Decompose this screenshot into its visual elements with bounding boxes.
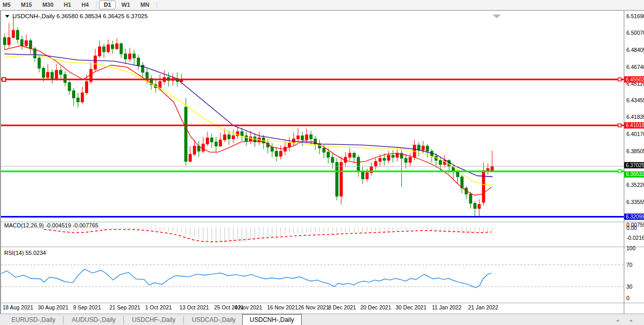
candlestick [120,44,122,54]
price-badge-label: 6.32099 [626,214,644,220]
symbol-tab-usdcnh[interactable]: USDCNH-,Daily [242,314,302,325]
candlestick [422,146,425,150]
candlestick [51,72,53,78]
price-axis-label: 6.38505 [626,148,644,154]
candlestick [73,91,75,98]
candlestick [245,136,247,141]
candlestick [223,135,226,140]
macd-indicator-label: MACD(12,26,9) -0.004519 -0.007765 [4,222,99,228]
hline-drag-handle[interactable] [2,78,6,82]
price-axis-label: 6.43455 [626,97,644,103]
candlestick [12,30,15,37]
candlestick [366,173,368,179]
candlestick [383,158,386,160]
candlestick [323,148,325,152]
candlestick [482,171,485,202]
candlestick [331,157,334,162]
candlestick [409,157,412,162]
candlestick [241,132,243,136]
candlestick [159,82,161,88]
rsi-axis-100: 100 [626,245,636,251]
symbol-tab-usdcad[interactable]: USDCAD-,Daily [186,315,242,325]
candlestick [81,93,83,102]
macd-axis-zero: 0.00 [626,225,637,231]
date-axis-label: 26 Nov 2021 [298,304,329,310]
date-axis-label: 13 Oct 2021 [179,304,209,310]
candlestick [219,140,222,146]
date-axis-label: 16 Nov 2021 [267,304,298,310]
candlestick [310,135,312,139]
candlestick [478,205,481,209]
candlestick [426,146,429,151]
candlestick [68,83,71,91]
candlestick [129,54,131,59]
candlestick [228,135,230,139]
candlestick [353,153,355,157]
price-badge-label: 6.37025 [626,162,644,168]
price-badge-label: 6.41018 [626,123,644,128]
candlestick [288,143,291,147]
candlestick [38,58,40,69]
candlestick [116,44,118,49]
price-axis-label: 6.40170 [626,131,644,137]
hline-axis-marker[interactable] [618,170,621,173]
tab-separator: │ [122,315,126,325]
candlestick [232,136,234,139]
price-badge-label: 6.36533 [626,171,644,177]
candlestick [21,39,23,46]
date-axis-label: 20 Dec 2021 [360,304,391,310]
date-axis-label: 21 Sep 2021 [109,304,141,310]
symbol-tab-bar: EURUSD-,Daily│AUDUSD-,Daily│USDCHF-,Dail… [0,314,644,325]
candlestick [486,169,489,171]
price-axis-label: 6.46740 [626,64,644,70]
candlestick [189,154,191,161]
candlestick [193,146,196,154]
date-axis-label: 30 Aug 2021 [38,304,68,310]
candlestick [249,137,252,141]
price-axis-label: 6.48405 [626,47,644,53]
candlestick [94,56,96,70]
candlestick [439,160,442,165]
candlestick [305,135,308,140]
candlestick [284,147,286,151]
candlestick [64,74,66,83]
rsi-indicator-label: RSI(14) 55.0234 [4,250,46,256]
candlestick [456,172,459,177]
candlestick [275,151,278,156]
symbol-tab-eurusd[interactable]: EURUSD-,Daily [5,315,62,325]
macd-axis-bottom: -0.02164 [626,235,644,241]
candlestick [185,107,187,161]
symbol-tab-usdchf[interactable]: USDCHF-,Daily [125,315,181,325]
price-axis-label: 6.51690 [626,13,644,19]
candlestick [417,145,420,150]
date-axis-label: 30 Dec 2021 [396,304,427,310]
candlestick [335,162,338,196]
candlestick [4,37,6,45]
date-axis-label: 9 Sep 2021 [73,304,101,310]
tab-scroll-arrows[interactable]: ◂ ▸ [616,318,638,325]
chart-area[interactable]: 6.516906.500706.484056.467406.451206.434… [0,0,644,325]
candlestick [387,155,390,160]
candlestick [357,157,360,172]
candlestick [77,98,79,102]
candlestick [111,45,114,49]
chart-title: USDCNH-,Daily 6.36580 6.38534 6.36425 6.… [12,13,148,19]
hline-axis-marker[interactable] [618,78,621,81]
hline-axis-marker[interactable] [618,124,621,127]
candlestick [42,68,45,77]
candlestick [206,138,209,144]
candlestick [473,204,476,209]
candlestick [86,82,88,93]
date-axis-label: 4 Nov 2021 [234,304,262,310]
candlestick [379,158,381,161]
candlestick [60,70,62,74]
candlestick [8,37,10,45]
tab-separator: │ [62,315,66,325]
candlestick [99,47,101,56]
candlestick [25,40,27,46]
symbol-tab-audusd[interactable]: AUDUSD-,Daily [65,315,122,325]
date-axis-label: 11 Jan 2022 [432,304,461,310]
price-axis-label: 6.41835 [626,114,644,120]
candlestick [29,40,32,49]
date-axis-label: 18 Aug 2021 [3,304,33,310]
